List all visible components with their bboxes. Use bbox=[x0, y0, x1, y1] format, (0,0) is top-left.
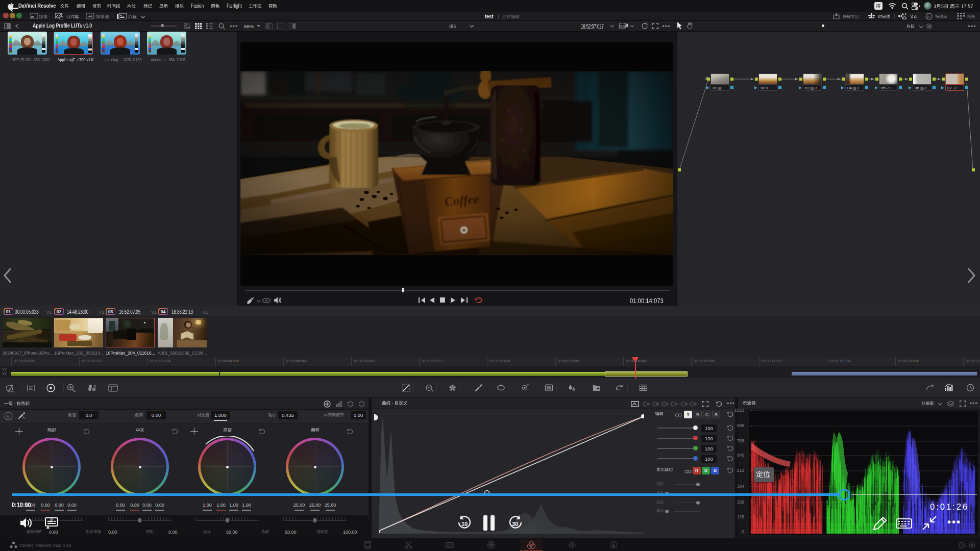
svg-text:10: 10 bbox=[461, 521, 468, 527]
svg-text:GQ: GQ bbox=[620, 24, 625, 28]
svg-text:30: 30 bbox=[512, 521, 518, 527]
svg-text:6: 6 bbox=[7, 414, 10, 419]
svg-text:fx: fx bbox=[927, 14, 930, 19]
